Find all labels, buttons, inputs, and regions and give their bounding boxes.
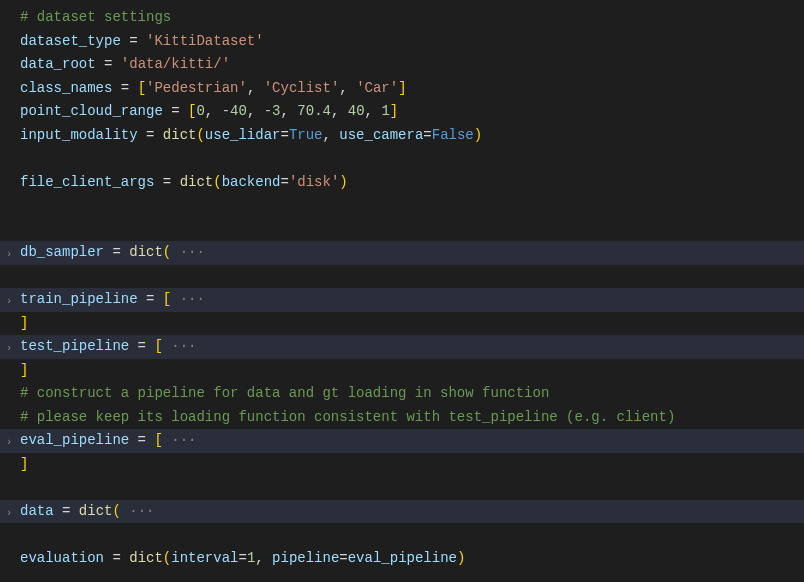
paren: ) bbox=[457, 550, 465, 566]
comment-text: # please keep its loading function consi… bbox=[20, 409, 675, 425]
fold-ellipsis[interactable]: ··· bbox=[163, 432, 197, 448]
code-line[interactable]: class_names = ['Pedestrian', 'Cyclist', … bbox=[0, 77, 804, 101]
string-literal: 'KittiDataset' bbox=[146, 33, 264, 49]
comma: , bbox=[331, 103, 348, 119]
fold-gutter bbox=[0, 312, 18, 336]
code-line-folded[interactable]: › train_pipeline = [ ··· bbox=[0, 288, 804, 312]
identifier: input_modality bbox=[20, 127, 138, 143]
code-line[interactable]: file_client_args = dict(backend='disk') bbox=[0, 171, 804, 195]
parameter-name: use_lidar bbox=[205, 127, 281, 143]
fold-gutter bbox=[0, 100, 18, 124]
chevron-right-icon: › bbox=[6, 295, 13, 307]
constant: False bbox=[432, 127, 474, 143]
operator: = bbox=[112, 80, 137, 96]
code-line[interactable]: ] bbox=[0, 453, 804, 477]
fold-gutter bbox=[0, 194, 18, 218]
fold-gutter bbox=[0, 453, 18, 477]
code-line[interactable]: # construct a pipeline for data and gt l… bbox=[0, 382, 804, 406]
number-literal: 0 bbox=[196, 103, 204, 119]
paren: ) bbox=[339, 174, 347, 190]
fold-toggle[interactable]: › bbox=[0, 288, 18, 312]
operator: = bbox=[96, 56, 121, 72]
code-line-empty[interactable] bbox=[0, 218, 804, 242]
number-literal: -40 bbox=[222, 103, 247, 119]
fold-ellipsis[interactable]: ··· bbox=[171, 244, 205, 260]
fold-gutter bbox=[0, 218, 18, 242]
fold-ellipsis[interactable]: ··· bbox=[121, 503, 155, 519]
bracket: ] bbox=[20, 315, 28, 331]
comma: , bbox=[365, 103, 382, 119]
string-literal: 'Car' bbox=[356, 80, 398, 96]
operator: = bbox=[423, 127, 431, 143]
fold-toggle[interactable]: › bbox=[0, 241, 18, 265]
constant: True bbox=[289, 127, 323, 143]
code-line[interactable]: input_modality = dict(use_lidar=True, us… bbox=[0, 124, 804, 148]
fold-toggle[interactable]: › bbox=[0, 429, 18, 453]
code-line[interactable]: dataset_type = 'KittiDataset' bbox=[0, 30, 804, 54]
paren: ( bbox=[163, 244, 171, 260]
fold-toggle[interactable]: › bbox=[0, 500, 18, 524]
code-line[interactable]: point_cloud_range = [0, -40, -3, 70.4, 4… bbox=[0, 100, 804, 124]
function-call: dict bbox=[163, 127, 197, 143]
operator: = bbox=[280, 174, 288, 190]
code-line-folded[interactable]: › eval_pipeline = [ ··· bbox=[0, 429, 804, 453]
comma: , bbox=[205, 103, 222, 119]
code-line[interactable]: # dataset settings bbox=[0, 6, 804, 30]
chevron-right-icon: › bbox=[6, 342, 13, 354]
parameter-name: backend bbox=[222, 174, 281, 190]
operator: = bbox=[154, 174, 179, 190]
fold-gutter bbox=[0, 523, 18, 547]
fold-ellipsis[interactable]: ··· bbox=[163, 338, 197, 354]
code-line[interactable]: ] bbox=[0, 359, 804, 383]
comma: , bbox=[323, 127, 340, 143]
operator: = bbox=[339, 550, 347, 566]
code-line[interactable]: evaluation = dict(interval=1, pipeline=e… bbox=[0, 547, 804, 571]
code-line-folded[interactable]: › data = dict( ··· bbox=[0, 500, 804, 524]
paren: ) bbox=[474, 127, 482, 143]
fold-gutter bbox=[0, 77, 18, 101]
fold-gutter bbox=[0, 124, 18, 148]
code-line[interactable]: ] bbox=[0, 312, 804, 336]
comma: , bbox=[247, 103, 264, 119]
fold-toggle[interactable]: › bbox=[0, 335, 18, 359]
code-line-empty[interactable] bbox=[0, 194, 804, 218]
code-line-folded[interactable]: › test_pipeline = [ ··· bbox=[0, 335, 804, 359]
code-line[interactable]: # please keep its loading function consi… bbox=[0, 406, 804, 430]
fold-gutter bbox=[0, 382, 18, 406]
comment-text: # construct a pipeline for data and gt l… bbox=[20, 385, 549, 401]
code-line[interactable]: data_root = 'data/kitti/' bbox=[0, 53, 804, 77]
comma: , bbox=[247, 80, 264, 96]
identifier: data_root bbox=[20, 56, 96, 72]
fold-gutter bbox=[0, 359, 18, 383]
operator: = bbox=[280, 127, 288, 143]
operator: = bbox=[163, 103, 188, 119]
fold-gutter bbox=[0, 171, 18, 195]
code-editor[interactable]: # dataset settings dataset_type = 'Kitti… bbox=[0, 0, 804, 570]
operator: = bbox=[238, 550, 246, 566]
parameter-name: use_camera bbox=[339, 127, 423, 143]
paren: ( bbox=[196, 127, 204, 143]
code-line-empty[interactable] bbox=[0, 265, 804, 289]
code-line-empty[interactable] bbox=[0, 476, 804, 500]
operator: = bbox=[138, 127, 163, 143]
fold-gutter bbox=[0, 406, 18, 430]
identifier: file_client_args bbox=[20, 174, 154, 190]
code-line-empty[interactable] bbox=[0, 523, 804, 547]
operator: = bbox=[104, 550, 129, 566]
string-literal: 'Cyclist' bbox=[264, 80, 340, 96]
fold-ellipsis[interactable]: ··· bbox=[171, 291, 205, 307]
identifier: db_sampler bbox=[20, 244, 104, 260]
number-literal: 70.4 bbox=[297, 103, 331, 119]
comma: , bbox=[255, 550, 272, 566]
identifier: test_pipeline bbox=[20, 338, 129, 354]
operator: = bbox=[138, 291, 163, 307]
fold-gutter bbox=[0, 53, 18, 77]
code-line-folded[interactable]: › db_sampler = dict( ··· bbox=[0, 241, 804, 265]
bracket: ] bbox=[398, 80, 406, 96]
identifier: evaluation bbox=[20, 550, 104, 566]
bracket: [ bbox=[138, 80, 146, 96]
bracket: ] bbox=[20, 456, 28, 472]
operator: = bbox=[121, 33, 146, 49]
code-line-empty[interactable] bbox=[0, 147, 804, 171]
comma: , bbox=[281, 103, 298, 119]
